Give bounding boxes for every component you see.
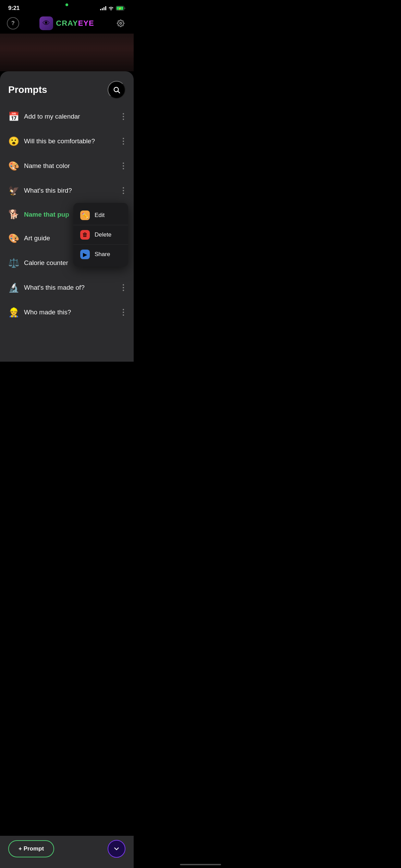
app-header: ? 👁 CRAYEYE xyxy=(0,14,134,34)
edit-label: Edit xyxy=(95,212,105,219)
svg-line-5 xyxy=(118,91,120,93)
prompt-item-left: 🔬 What's this made of? xyxy=(8,282,121,293)
prompt-item-left: 🎨 Name that color xyxy=(8,161,121,171)
prompt-emoji: 🦅 xyxy=(8,185,19,196)
sheet-title: Prompts xyxy=(8,84,47,95)
prompt-item-left: 🦅 What's this bird? xyxy=(8,185,121,196)
more-button[interactable] xyxy=(121,135,125,147)
prompt-label: Art guide xyxy=(24,234,50,242)
prompt-label: Who made this? xyxy=(24,309,71,316)
bottom-sheet: Prompts 📅 Add to my calendar 😮 Will this… xyxy=(0,71,134,362)
status-icons: ⚡ xyxy=(100,6,125,11)
prompt-label: Name that pup xyxy=(24,211,69,218)
prompt-emoji: 👷 xyxy=(8,307,19,318)
more-button[interactable] xyxy=(121,160,125,172)
prompt-emoji: 🔬 xyxy=(8,282,19,293)
search-icon xyxy=(113,86,120,94)
context-menu-share[interactable]: ▶ Share xyxy=(73,245,128,264)
prompt-item-left: 😮 Will this be comfortable? xyxy=(8,136,121,147)
svg-text:⚡: ⚡ xyxy=(118,7,122,10)
more-button[interactable] xyxy=(121,281,125,294)
list-item[interactable]: 🎨 Name that color xyxy=(0,154,134,178)
logo-text: CRAYEYE xyxy=(56,19,94,28)
list-item[interactable]: 🦅 What's this bird? xyxy=(0,178,134,203)
prompt-label: What's this bird? xyxy=(24,187,72,194)
more-button[interactable] xyxy=(121,110,125,123)
delete-label: Delete xyxy=(95,231,111,238)
logo-eye-icon: 👁 xyxy=(42,19,50,28)
prompt-item-left: 👷 Who made this? xyxy=(8,307,121,318)
status-time: 9:21 xyxy=(8,5,20,12)
prompt-emoji: 🎨 xyxy=(8,161,19,171)
app-logo: 👁 CRAYEYE xyxy=(39,16,94,30)
more-button[interactable] xyxy=(121,306,125,318)
logo-cray: CRAY xyxy=(56,19,78,27)
list-item[interactable]: 👷 Who made this? xyxy=(0,300,134,325)
prompt-label: Name that color xyxy=(24,162,70,170)
help-button[interactable]: ? xyxy=(7,17,19,29)
search-button[interactable] xyxy=(108,81,125,99)
logo-icon: 👁 xyxy=(39,16,53,30)
share-label: Share xyxy=(95,251,110,258)
sheet-header: Prompts xyxy=(0,71,134,104)
prompt-emoji: 🐕 xyxy=(8,209,19,220)
more-button[interactable] xyxy=(121,184,125,197)
prompt-emoji: 🎨 xyxy=(8,233,19,244)
prompt-list: 📅 Add to my calendar 😮 Will this be comf… xyxy=(0,104,134,327)
prompt-label: Calorie counter xyxy=(24,259,68,267)
list-item[interactable]: 🐕 Name that pup ✏️ Edit 🗑 Delete ▶ Share xyxy=(0,203,134,226)
list-item[interactable]: 🔬 What's this made of? xyxy=(0,275,134,300)
gear-icon xyxy=(117,20,124,27)
help-label: ? xyxy=(11,20,15,26)
wifi-icon xyxy=(108,6,114,10)
prompt-label: Add to my calendar xyxy=(24,113,80,120)
logo-eye-text: EYE xyxy=(78,19,94,27)
settings-button[interactable] xyxy=(114,17,127,29)
context-menu-edit[interactable]: ✏️ Edit xyxy=(73,206,128,225)
prompt-emoji: 😮 xyxy=(8,136,19,147)
prompt-label: Will this be comfortable? xyxy=(24,137,95,145)
status-bar: 9:21 ⚡ xyxy=(0,0,134,14)
prompt-emoji: ⚖️ xyxy=(8,258,19,268)
battery-icon: ⚡ xyxy=(116,6,125,11)
signal-icon xyxy=(100,6,106,10)
list-item[interactable]: 📅 Add to my calendar xyxy=(0,104,134,129)
list-item[interactable]: 😮 Will this be comfortable? xyxy=(0,129,134,154)
svg-point-3 xyxy=(120,22,122,24)
prompt-label: What's this made of? xyxy=(24,284,85,291)
prompt-item-left: 📅 Add to my calendar xyxy=(8,111,121,122)
context-menu-delete[interactable]: 🗑 Delete xyxy=(73,225,128,245)
context-menu: ✏️ Edit 🗑 Delete ▶ Share xyxy=(73,203,128,267)
edit-icon: ✏️ xyxy=(80,210,90,220)
prompt-emoji: 📅 xyxy=(8,111,19,122)
background-image xyxy=(0,34,134,71)
delete-icon: 🗑 xyxy=(80,230,90,240)
share-icon: ▶ xyxy=(80,250,90,259)
status-dot xyxy=(65,3,68,6)
